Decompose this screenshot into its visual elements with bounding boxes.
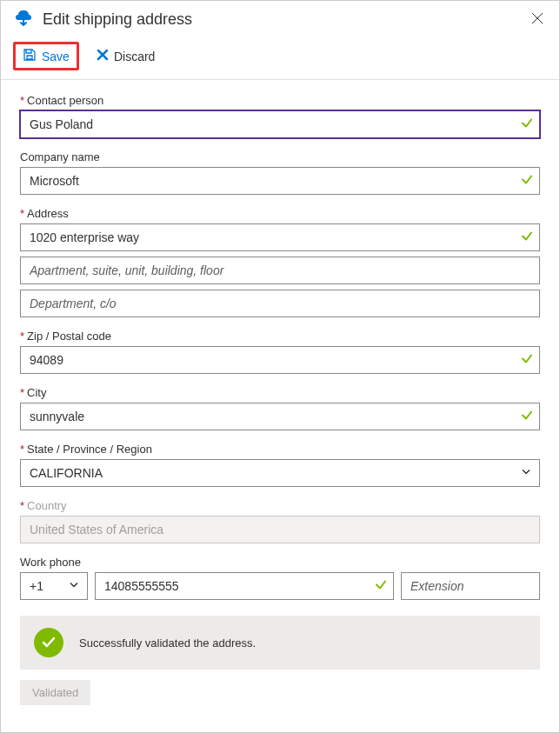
state-label: *State / Province / Region — [20, 443, 540, 456]
city-label: *City — [20, 386, 540, 399]
form: *Contact person Company name *Address — [1, 80, 559, 714]
dialog-header: Edit shipping address — [1, 1, 559, 37]
address-line2-input[interactable] — [20, 257, 540, 284]
save-icon — [23, 48, 37, 64]
success-icon — [34, 628, 63, 657]
contact-person-input[interactable] — [20, 110, 540, 138]
azure-icon — [13, 8, 34, 31]
address-label: *Address — [20, 207, 540, 220]
save-button[interactable]: Save — [13, 42, 79, 70]
zip-label: *Zip / Postal code — [20, 330, 540, 343]
phone-number-input[interactable] — [95, 572, 394, 600]
discard-icon — [97, 49, 109, 63]
country-label: *Country — [20, 499, 540, 512]
discard-label: Discard — [114, 50, 155, 63]
dialog-title: Edit shipping address — [43, 10, 528, 29]
save-label: Save — [42, 50, 70, 63]
validated-button: Validated — [20, 680, 90, 705]
country-input — [20, 516, 540, 543]
close-button[interactable] — [528, 9, 547, 31]
zip-input[interactable] — [20, 346, 540, 374]
phone-country-code-select[interactable]: +1 — [20, 572, 88, 600]
address-line3-input[interactable] — [20, 290, 540, 317]
discard-button[interactable]: Discard — [90, 45, 162, 67]
contact-person-label: *Contact person — [20, 94, 540, 107]
city-input[interactable] — [20, 403, 540, 430]
company-name-label: Company name — [20, 150, 540, 163]
validation-status: Successfully validated the address. — [20, 616, 540, 670]
company-name-input[interactable] — [20, 167, 540, 195]
phone-extension-input[interactable] — [401, 572, 540, 600]
phone-label: Work phone — [20, 556, 540, 569]
address-line1-input[interactable] — [20, 223, 540, 251]
state-select[interactable]: CALIFORNIA — [20, 459, 540, 487]
validation-message: Successfully validated the address. — [79, 636, 256, 650]
toolbar: Save Discard — [1, 37, 559, 80]
